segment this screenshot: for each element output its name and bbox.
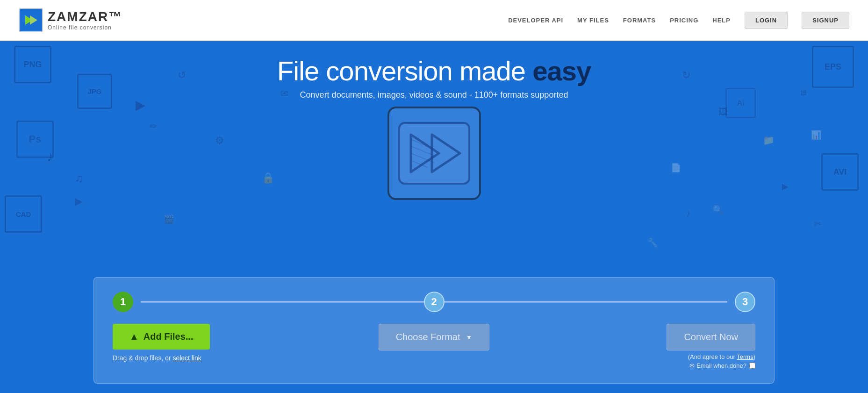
navbar: ZAMZAR™ Online file conversion DEVELOPER… bbox=[0, 0, 868, 41]
logo-text: ZAMZAR™ Online file conversion bbox=[48, 9, 122, 31]
step-1-circle: 1 bbox=[113, 292, 133, 312]
email-checkbox[interactable] bbox=[749, 363, 755, 369]
bg-music-note-1: ♪ bbox=[47, 149, 54, 164]
main-area: PNG JPG Ps CAD EPS AVI Ai ♪ ♫ ▶ ↺ ⚙ ✉ bbox=[0, 41, 868, 393]
bg-play2-icon: ▶ bbox=[782, 181, 789, 192]
nav-help[interactable]: HELP bbox=[712, 17, 731, 24]
bg-wrench-icon: 🔧 bbox=[647, 237, 658, 248]
center-logo-graphic bbox=[387, 107, 481, 200]
bg-chart-icon: 📊 bbox=[811, 130, 821, 140]
conversion-panel: 1 2 3 ▲ Add Files... Drag & drop files, … bbox=[93, 277, 775, 384]
nav-my-files[interactable]: MY FILES bbox=[577, 17, 609, 24]
bg-gear-icon: ⚙ bbox=[215, 135, 224, 147]
email-row: ✉ Email when done? bbox=[689, 362, 755, 369]
step-1-col: ▲ Add Files... Drag & drop files, or sel… bbox=[113, 324, 327, 362]
terms-link[interactable]: Terms bbox=[737, 353, 753, 360]
logo-icon bbox=[19, 8, 43, 32]
bg-ps-icon: Ps bbox=[16, 121, 54, 158]
bg-image-icon: 🖼 bbox=[718, 107, 728, 117]
bg-search-icon: 🔍 bbox=[713, 205, 723, 215]
terms-text: (And agree to our Terms) bbox=[688, 353, 755, 360]
choose-format-button[interactable]: Choose Format ▼ bbox=[379, 324, 490, 350]
bg-play-icon: ▶ bbox=[75, 195, 83, 207]
svg-marker-1 bbox=[30, 15, 37, 25]
bg-avi-icon: AVI bbox=[821, 153, 859, 191]
hero-title: File conversion made easy bbox=[0, 55, 868, 86]
bg-music-note-2: ♫ bbox=[75, 172, 83, 185]
steps-row: 1 2 3 bbox=[113, 292, 755, 312]
bg-cad-icon: CAD bbox=[5, 195, 42, 233]
select-link[interactable]: select link bbox=[172, 354, 201, 362]
bg-note-icon: ♪ bbox=[686, 209, 690, 219]
bg-pencil-icon: ✏ bbox=[150, 121, 158, 132]
add-files-button[interactable]: ▲ Add Files... bbox=[113, 324, 210, 350]
upload-icon: ▲ bbox=[129, 331, 139, 342]
step-3-col: Convert Now (And agree to our Terms) ✉ E… bbox=[541, 324, 755, 369]
nav-developer-api[interactable]: DEVELOPER API bbox=[508, 17, 563, 24]
step-2-col: Choose Format ▼ bbox=[327, 324, 541, 350]
bg-folder-icon: 📁 bbox=[763, 135, 775, 146]
bg-lock-icon: 🔒 bbox=[262, 172, 274, 184]
logo-area: ZAMZAR™ Online file conversion bbox=[19, 8, 508, 32]
step-3-circle: 3 bbox=[735, 292, 755, 312]
login-button[interactable]: LOGIN bbox=[745, 12, 788, 29]
logo-title: ZAMZAR™ bbox=[48, 9, 122, 24]
hero-section: File conversion made easy Convert docume… bbox=[0, 55, 868, 100]
bg-scissors-icon: ✂ bbox=[814, 219, 821, 229]
bg-video-icon: 🎬 bbox=[164, 214, 174, 224]
hero-subtitle: Convert documents, images, videos & soun… bbox=[0, 90, 868, 100]
buttons-row: ▲ Add Files... Drag & drop files, or sel… bbox=[113, 324, 755, 369]
bg-file-icon: 📄 bbox=[671, 163, 681, 173]
step-2-circle: 2 bbox=[424, 292, 445, 312]
nav-pricing[interactable]: PRICING bbox=[670, 17, 698, 24]
nav-links: DEVELOPER API MY FILES FORMATS PRICING H… bbox=[508, 12, 849, 29]
logo-subtitle: Online file conversion bbox=[48, 24, 122, 31]
convert-now-button[interactable]: Convert Now bbox=[667, 324, 755, 350]
dropdown-chevron-icon: ▼ bbox=[466, 334, 472, 341]
nav-formats[interactable]: FORMATS bbox=[623, 17, 656, 24]
signup-button[interactable]: SIGNUP bbox=[802, 12, 849, 29]
drag-drop-text: Drag & drop files, or select link bbox=[113, 354, 201, 362]
